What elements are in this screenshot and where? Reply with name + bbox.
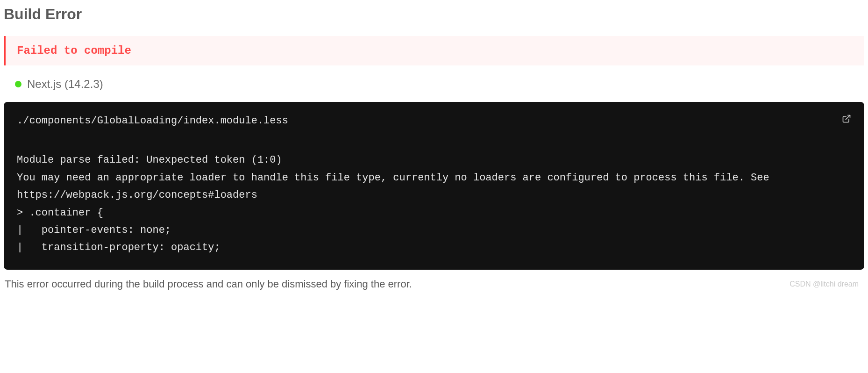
- page-title: Build Error: [4, 6, 864, 23]
- error-banner: Failed to compile: [4, 36, 864, 65]
- status-dot-icon: [15, 81, 21, 87]
- error-banner-message: Failed to compile: [17, 44, 131, 57]
- framework-line: Next.js (14.2.3): [4, 78, 864, 102]
- error-code-body: Module parse failed: Unexpected token (1…: [4, 140, 864, 269]
- svg-line-0: [846, 115, 850, 120]
- watermark-text: CSDN @litchi dream: [790, 280, 859, 288]
- error-file-path: ./components/GlobalLoading/index.module.…: [17, 112, 288, 129]
- framework-name: Next.js (14.2.3): [27, 78, 103, 91]
- footer-note: This error occurred during the build pro…: [4, 278, 864, 290]
- open-external-icon[interactable]: [842, 112, 851, 129]
- code-header: ./components/GlobalLoading/index.module.…: [4, 102, 864, 140]
- code-panel: ./components/GlobalLoading/index.module.…: [4, 102, 864, 270]
